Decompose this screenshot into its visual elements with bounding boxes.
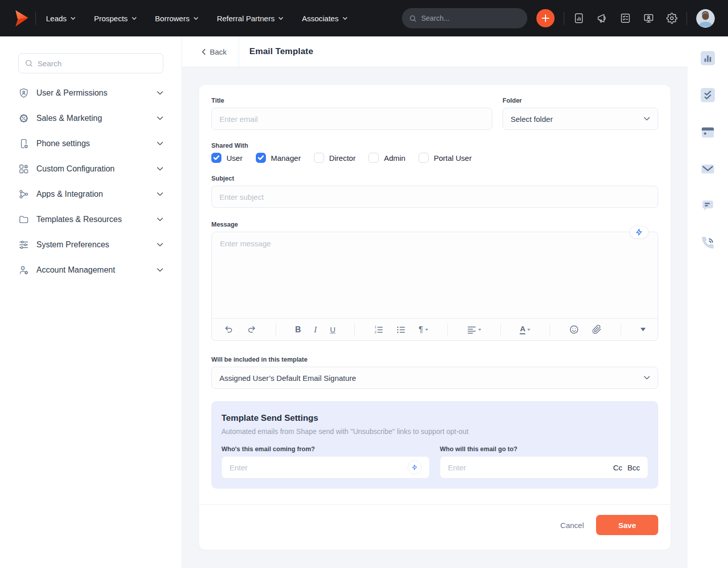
search-icon: [25, 59, 33, 68]
bullet-list-button[interactable]: [396, 325, 405, 334]
monitor-user-icon: [643, 13, 654, 24]
user-avatar[interactable]: [696, 9, 715, 28]
sidebar-item-custom-configuration[interactable]: Custom Configuration: [0, 156, 181, 182]
checkbox-user[interactable]: User: [211, 153, 243, 163]
from-input[interactable]: [230, 463, 407, 472]
double-check-icon: [701, 88, 715, 102]
settings-button[interactable]: [666, 13, 677, 24]
checkbox-director[interactable]: Director: [314, 153, 356, 163]
analytics-rail-button[interactable]: [701, 51, 715, 65]
undo-button[interactable]: [224, 325, 234, 334]
alignment-button[interactable]: [467, 325, 481, 334]
nav-referral-partners[interactable]: Referral Partners: [217, 14, 284, 23]
badge-percent-icon: [18, 113, 29, 124]
italic-button[interactable]: I: [314, 325, 316, 334]
more-tools-button[interactable]: [641, 328, 646, 331]
phone-rail-button[interactable]: [701, 236, 715, 250]
plus-icon: [541, 14, 550, 23]
chevron-down-icon: [157, 167, 163, 171]
topbar-tools: [573, 13, 677, 24]
emoji-smile-icon: [569, 325, 579, 334]
svg-text:2: 2: [375, 330, 377, 334]
bcc-button[interactable]: Bcc: [627, 463, 640, 472]
megaphone-icon: [597, 13, 608, 24]
folder-icon: [18, 214, 29, 225]
settings-sidebar: User & Permissions Sales & Marketing Pho…: [0, 36, 182, 568]
back-button[interactable]: Back: [182, 36, 239, 67]
emoji-button[interactable]: [569, 325, 579, 334]
nav-borrowers[interactable]: Borrowers: [155, 14, 199, 23]
tasks-button[interactable]: [620, 13, 631, 24]
to-label: Who will this email go to?: [440, 446, 648, 453]
paragraph-style-button[interactable]: ¶: [419, 325, 428, 334]
sidebar-item-sales-marketing[interactable]: Sales & Marketing: [0, 106, 181, 131]
shape-logo[interactable]: [12, 8, 30, 28]
campaigns-button[interactable]: [597, 13, 608, 24]
global-search[interactable]: [402, 8, 527, 28]
font-color-button[interactable]: A: [520, 325, 530, 334]
chat-bubble-icon: [701, 199, 715, 213]
email-rail-button[interactable]: [701, 162, 715, 176]
sidebar-item-system-preferences[interactable]: System Preferences: [0, 232, 181, 257]
underline-button[interactable]: U: [330, 325, 336, 334]
checkbox-icon: [314, 153, 324, 163]
nav-prospects[interactable]: Prospects: [94, 14, 137, 23]
sidebar-search[interactable]: [18, 53, 163, 73]
phone-call-icon: [701, 236, 715, 250]
calendar-rail-button[interactable]: [701, 125, 715, 139]
underline-icon: U: [330, 325, 336, 334]
subject-input[interactable]: [211, 186, 658, 208]
italic-icon: I: [314, 325, 316, 334]
sidebar-search-input[interactable]: [37, 59, 157, 68]
quick-add-button[interactable]: [536, 9, 555, 27]
from-ai-button[interactable]: [407, 460, 422, 474]
cancel-button[interactable]: Cancel: [560, 521, 584, 530]
editor-toolbar: B I U 12 ¶ A: [212, 318, 658, 340]
cc-button[interactable]: Cc: [613, 463, 622, 472]
lightning-bolt-icon: [412, 464, 418, 471]
checkbox-admin[interactable]: Admin: [369, 153, 405, 163]
reports-button[interactable]: [573, 13, 584, 24]
toolbar-divider: [276, 323, 276, 336]
chat-rail-button[interactable]: [701, 199, 715, 213]
to-input[interactable]: [448, 463, 613, 472]
integration-nodes-icon: [18, 189, 29, 200]
save-button[interactable]: Save: [596, 515, 658, 535]
calendar-icon: [701, 125, 715, 139]
global-search-input[interactable]: [421, 14, 520, 22]
signature-label: Will be included in this template: [211, 356, 658, 363]
bold-button[interactable]: B: [295, 325, 301, 334]
page-header: Back Email Template: [182, 36, 688, 67]
folder-select[interactable]: Select folder: [503, 108, 658, 130]
chevron-down-icon: [157, 91, 163, 95]
nav-associates[interactable]: Associates: [302, 14, 348, 23]
sidebar-item-phone-settings[interactable]: Phone settings: [0, 131, 181, 156]
screen-share-button[interactable]: [643, 13, 654, 24]
paperclip-icon: [592, 325, 602, 334]
phone-gear-icon: [18, 138, 29, 149]
checkbox-manager[interactable]: Manager: [256, 153, 301, 163]
ai-assist-button[interactable]: [629, 226, 649, 239]
tasks-rail-button[interactable]: [701, 88, 715, 102]
main-content: Title Folder Select folder Shared With U…: [182, 67, 688, 568]
attachment-button[interactable]: [592, 325, 602, 334]
signature-select[interactable]: Assigned User’s Default Email Signature: [211, 367, 658, 389]
sidebar-item-templates-resources[interactable]: Templates & Resources: [0, 207, 181, 232]
sidebar-item-apps-integration[interactable]: Apps & Integration: [0, 182, 181, 207]
triangle-down-icon: [641, 328, 646, 331]
message-input[interactable]: Enter message: [212, 232, 658, 318]
send-settings-description: Automated emails from Shape send with "U…: [221, 427, 648, 435]
avatar-photo: [696, 9, 715, 28]
paragraph-icon: ¶: [419, 325, 423, 334]
toolbar-divider: [447, 323, 448, 336]
toolbar-divider: [354, 323, 355, 336]
sidebar-item-account-management[interactable]: Account Management: [0, 257, 181, 283]
title-input[interactable]: [211, 108, 492, 130]
sidebar-item-user-permissions[interactable]: User & Permissions: [0, 80, 181, 106]
ordered-list-button[interactable]: 12: [374, 325, 383, 334]
redo-button[interactable]: [247, 325, 256, 334]
folder-label: Folder: [503, 97, 658, 104]
checkbox-portal-user[interactable]: Portal User: [419, 153, 472, 163]
nav-leads[interactable]: Leads: [46, 14, 76, 23]
chevron-down-icon: [70, 17, 76, 20]
